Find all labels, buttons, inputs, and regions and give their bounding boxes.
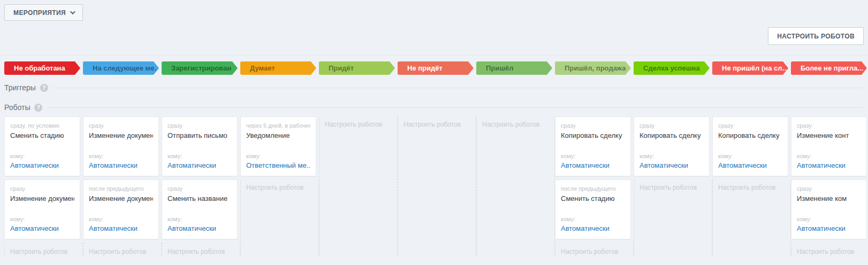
robot-card-assignee-link[interactable]: Автоматически bbox=[639, 161, 704, 169]
robot-card-assignee-link[interactable]: Автоматически bbox=[167, 224, 232, 232]
robot-card[interactable]: через 5 дней, в рабочее ...Уведомлениеко… bbox=[240, 116, 316, 176]
configure-robots-ghost-link[interactable]: Настроить роботов bbox=[167, 248, 225, 255]
robot-card-assignee-link[interactable]: Автоматически bbox=[561, 161, 625, 169]
configure-robots-zone[interactable]: Настроить роботов bbox=[476, 116, 555, 255]
robot-card-assignee-label: кому: bbox=[561, 216, 625, 222]
robot-card-spacer bbox=[561, 139, 625, 153]
stage-item-3[interactable]: Зарегистрирован bbox=[162, 61, 240, 75]
robot-card-title: Изменение документа bbox=[89, 131, 153, 139]
configure-robots-zone[interactable]: Настроить роботов bbox=[83, 243, 162, 255]
robot-card-assignee-link[interactable]: Автоматически bbox=[89, 224, 153, 232]
robot-card[interactable]: сразуКопировать сделкукому:Автоматически bbox=[555, 116, 631, 176]
robot-card[interactable]: сразуСменить названиекому:Автоматически bbox=[162, 180, 238, 239]
robot-column-8: сразуКопировать сделкукому:Автоматически… bbox=[555, 116, 634, 255]
robots-label: Роботы bbox=[4, 103, 30, 112]
configure-robots-zone[interactable]: Настроить роботов bbox=[240, 180, 319, 255]
stage-label: Не обработана bbox=[14, 64, 65, 72]
configure-robots-zone[interactable]: Настроить роботов bbox=[398, 116, 476, 255]
robot-card[interactable]: сразу, по условиюСменить стадиюкому:Авто… bbox=[4, 116, 80, 176]
configure-robots-ghost-link[interactable]: Настроить роботов bbox=[718, 184, 775, 191]
robot-column-4: через 5 дней, в рабочее ...Уведомлениеко… bbox=[240, 116, 319, 255]
robot-card[interactable]: сразуОтправить письмокому:Автоматически bbox=[162, 116, 238, 176]
robot-card[interactable]: после предыдущегоСменить стадиюкому:Авто… bbox=[555, 180, 631, 239]
topbar: МЕРОПРИЯТИЯ bbox=[0, 0, 868, 25]
robot-card-assignee-link[interactable]: Автоматически bbox=[89, 161, 153, 169]
header-divider bbox=[0, 55, 868, 56]
configure-robots-ghost-link[interactable]: Настроить роботов bbox=[10, 248, 67, 255]
robot-card-assignee-label: кому: bbox=[797, 153, 861, 159]
robot-card-when: сразу bbox=[167, 185, 232, 192]
robot-card-assignee-link[interactable]: Автоматически bbox=[797, 161, 861, 169]
robot-card[interactable]: сразуКопировать сделкукому:Автоматически bbox=[712, 116, 788, 176]
robot-card-assignee-link[interactable]: Автоматически bbox=[561, 224, 625, 232]
robot-card-assignee-link[interactable]: Автоматически bbox=[10, 224, 74, 232]
category-selector-button[interactable]: МЕРОПРИЯТИЯ bbox=[4, 4, 83, 21]
configure-robots-zone[interactable]: Настроить роботов bbox=[555, 243, 634, 255]
robot-card-when: сразу bbox=[797, 122, 861, 129]
configure-robots-ghost-link[interactable]: Настроить роботов bbox=[561, 248, 618, 255]
robot-card-when: сразу bbox=[89, 122, 153, 129]
robot-card-assignee-label: кому: bbox=[89, 153, 153, 159]
robot-card-when: после предыдущего bbox=[561, 185, 625, 192]
stage-item-5[interactable]: Придёт bbox=[319, 61, 398, 75]
configure-robots-ghost-link[interactable]: Настроить роботов bbox=[797, 248, 854, 255]
configure-robots-zone[interactable]: Настроить роботов bbox=[319, 116, 398, 255]
configure-robots-ghost-link[interactable]: Настроить роботов bbox=[482, 121, 539, 128]
robots-grid: сразу, по условиюСменить стадиюкому:Авто… bbox=[0, 116, 868, 255]
robot-card-spacer bbox=[89, 202, 153, 216]
robots-help-icon[interactable]: ? bbox=[34, 104, 42, 112]
stage-item-11[interactable]: Более не пригла... bbox=[791, 61, 868, 75]
stage-item-1[interactable]: Не обработана bbox=[4, 61, 83, 75]
robot-card-title: Копировать сделку bbox=[718, 131, 782, 139]
robot-card-assignee-label: кому: bbox=[10, 216, 74, 222]
robot-card-assignee-link[interactable]: Автоматически bbox=[10, 161, 74, 169]
configure-robots-zone[interactable]: Настроить роботов bbox=[4, 243, 83, 255]
configure-robots-ghost-link[interactable]: Настроить роботов bbox=[639, 184, 697, 191]
robot-card-spacer bbox=[797, 139, 861, 153]
robot-column-11: сразуИзменение конткому:Автоматическисра… bbox=[791, 116, 868, 255]
triggers-section-header: Триггеры ? bbox=[0, 83, 868, 92]
robot-column-6: Настроить роботов bbox=[398, 116, 476, 255]
stage-item-4[interactable]: Думает bbox=[240, 61, 319, 75]
robot-card[interactable]: после предыдущегоИзменение документакому… bbox=[83, 180, 159, 239]
robot-card[interactable]: сразуИзменение документакому:Автоматичес… bbox=[83, 116, 159, 176]
configure-robots-zone[interactable]: Настроить роботов bbox=[634, 180, 712, 255]
configure-robots-ghost-link[interactable]: Настроить роботов bbox=[403, 121, 461, 128]
stage-item-8[interactable]: Пришёл, продажа bbox=[555, 61, 634, 75]
robot-card-assignee-link[interactable]: Автоматически bbox=[718, 161, 782, 169]
robots-section-header: Роботы ? bbox=[0, 103, 868, 112]
configure-robots-button[interactable]: НАСТРОИТЬ РОБОТОВ bbox=[768, 27, 864, 45]
robot-column-7: Настроить роботов bbox=[476, 116, 555, 255]
triggers-divider bbox=[54, 88, 864, 88]
triggers-label: Триггеры bbox=[4, 83, 36, 92]
stage-label: Придёт bbox=[329, 64, 354, 72]
stage-item-6[interactable]: Не придёт bbox=[398, 61, 476, 75]
robot-card-title: Копировать сделку bbox=[561, 131, 625, 139]
robot-card-title: Отправить письмо bbox=[167, 131, 232, 139]
stage-item-10[interactable]: Не пришёл (на следу... bbox=[712, 61, 791, 75]
robot-card[interactable]: сразуИзменение документакому:Автоматичес… bbox=[4, 180, 80, 239]
robot-card[interactable]: сразуИзменение конткому:Автоматически bbox=[791, 116, 867, 176]
robot-card-when: сразу bbox=[561, 122, 625, 129]
stage-row: Не обработанаНа следующее мероп...Зареги… bbox=[0, 61, 868, 75]
robot-card-when: сразу bbox=[10, 185, 74, 192]
robot-card-assignee-link[interactable]: Ответственный ме... bbox=[246, 161, 310, 169]
robot-card-when: сразу bbox=[167, 122, 232, 129]
configure-robots-ghost-link[interactable]: Настроить роботов bbox=[89, 248, 146, 255]
robot-card-assignee-link[interactable]: Автоматически bbox=[797, 224, 861, 232]
configure-robots-zone[interactable]: Настроить роботов bbox=[791, 243, 868, 255]
configure-robots-zone[interactable]: Настроить роботов bbox=[162, 243, 240, 255]
robot-card-title: Изменение конт bbox=[797, 131, 861, 139]
robot-card[interactable]: сразуИзменение комкому:Автоматически bbox=[791, 180, 867, 239]
stage-item-9[interactable]: Сделка успешна bbox=[634, 61, 712, 75]
stage-item-2[interactable]: На следующее мероп... bbox=[83, 61, 162, 75]
robot-card-assignee-link[interactable]: Автоматически bbox=[167, 161, 232, 169]
configure-robots-ghost-link[interactable]: Настроить роботов bbox=[325, 121, 382, 128]
robot-card[interactable]: сразуКопировать сделкукому:Автоматически bbox=[634, 116, 710, 176]
stage-label: Не пришёл (на следу... bbox=[722, 64, 791, 72]
configure-robots-zone[interactable]: Настроить роботов bbox=[712, 180, 791, 255]
configure-robots-ghost-link[interactable]: Настроить роботов bbox=[246, 184, 303, 191]
triggers-help-icon[interactable]: ? bbox=[40, 84, 48, 92]
robot-column-3: сразуОтправить письмокому:Автоматическис… bbox=[162, 116, 240, 255]
stage-item-7[interactable]: Пришёл bbox=[476, 61, 555, 75]
